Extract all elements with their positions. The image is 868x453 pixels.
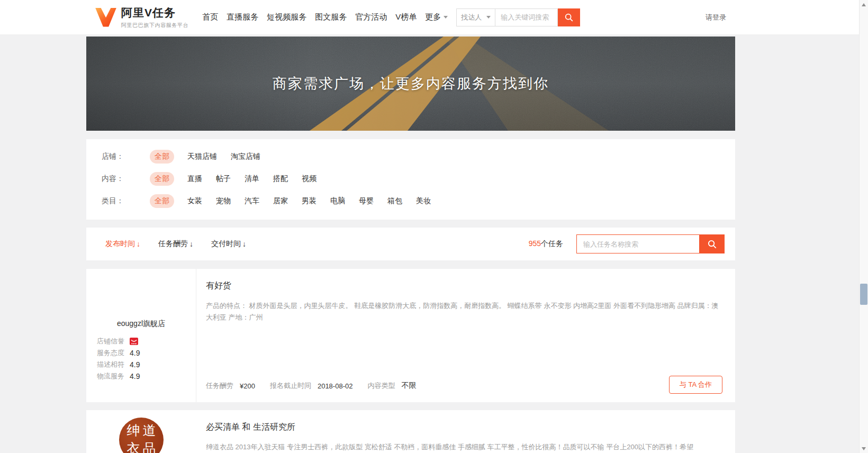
nav-item-live[interactable]: 直播服务 (225, 10, 259, 24)
page: 阿里V任务 阿里巴巴旗下内容服务平台 首页 直播服务 短视频服务 图文服务 官方… (0, 0, 868, 453)
task-detail: 必买清单 和 生活研究所 绅道衣品 2013年入驻天猫 专注男士西裤，此款版型 … (196, 410, 735, 453)
sort-desc-icon: ↓ (137, 240, 140, 248)
site-logo[interactable]: 阿里V任务 阿里巴巴旗下内容服务平台 (95, 5, 188, 29)
rating-value: 4.9 (130, 360, 140, 369)
nav-item-shortvideo[interactable]: 短视频服务 (266, 10, 308, 24)
filter-shop-taobao[interactable]: 淘宝店铺 (231, 152, 260, 161)
top-navigation-bar: 阿里V任务 阿里巴巴旗下内容服务平台 首页 直播服务 短视频服务 图文服务 官方… (0, 0, 868, 35)
scrollbar-thumb[interactable] (860, 284, 867, 305)
arrow-down-icon (862, 447, 866, 450)
filter-shop-tmall[interactable]: 天猫店铺 (187, 152, 217, 161)
task-description: 产品的特点： 材质外面是头层，内里头层牛皮。 鞋底是橡胶防滑大底，防滑指数高，耐… (206, 300, 722, 323)
filter-content-list[interactable]: 清单 (245, 174, 259, 184)
filter-category-baby[interactable]: 母婴 (359, 196, 374, 206)
brand-subtitle: 阿里巴巴旗下内容服务平台 (121, 22, 188, 29)
filter-category-all[interactable]: 全部 (150, 194, 174, 208)
task-title[interactable]: 必买清单 和 生活研究所 (206, 422, 722, 433)
search-icon (564, 13, 574, 22)
meta-value-reward: ¥200 (240, 382, 255, 390)
filter-category-pets[interactable]: 宠物 (216, 196, 231, 206)
filter-content-match[interactable]: 搭配 (273, 174, 288, 184)
filter-content-all[interactable]: 全部 (150, 172, 174, 186)
filter-content-post[interactable]: 帖子 (216, 174, 231, 184)
banner-title: 商家需求广场，让更多内容服务方找到你 (86, 74, 735, 93)
task-meta: 任务酬劳 ¥200 报名截止时间 2018-08-02 内容类型 不限 (206, 381, 416, 391)
scroll-down-arrow[interactable] (860, 444, 868, 453)
task-card: 绅 道 衣 品 必买清单 和 生活研究所 绅道衣品 2013年入驻天猫 专注男士… (86, 410, 735, 453)
filter-content-live[interactable]: 直播 (187, 174, 202, 184)
search-category-select[interactable]: 找达人 (456, 8, 495, 26)
keyword-search-button[interactable] (558, 8, 580, 26)
filter-category-computer[interactable]: 电脑 (330, 196, 345, 206)
filter-category-bags[interactable]: 箱包 (387, 196, 402, 206)
cooperate-button[interactable]: 与 TA 合作 (669, 376, 722, 394)
task-count: 955个任务 (529, 239, 563, 249)
nav-item-official[interactable]: 官方活动 (354, 10, 388, 24)
main-nav: 首页 直播服务 短视频服务 图文服务 官方活动 V榜单 更多 (201, 10, 449, 24)
scroll-up-arrow[interactable] (860, 0, 868, 9)
filter-category-beauty[interactable]: 美妆 (416, 196, 431, 206)
meta-value-deadline: 2018-08-02 (318, 382, 353, 390)
shop-panel: eouggzl旗舰店 店铺信誉 服务态度 (86, 269, 196, 402)
rating-value: 4.9 (130, 372, 140, 380)
reputation-label: 店铺信誉 (97, 337, 124, 346)
task-search-input[interactable] (576, 234, 699, 253)
rating-value: 4.9 (130, 349, 140, 357)
sort-delivery-time[interactable]: 交付时间 ↓ (211, 239, 246, 249)
rating-label: 描述相符 (97, 360, 124, 369)
sort-desc-icon: ↓ (189, 240, 193, 248)
nav-item-graphic[interactable]: 图文服务 (314, 10, 348, 24)
task-card: eouggzl旗舰店 店铺信誉 服务态度 (86, 269, 735, 402)
filter-category-womens[interactable]: 女装 (187, 196, 202, 206)
sort-publish-time[interactable]: 发布时间 ↓ (105, 239, 140, 249)
filter-row-content: 内容： 全部 直播 帖子 清单 搭配 视频 (102, 168, 735, 190)
sort-desc-icon: ↓ (242, 240, 246, 248)
tmall-badge-icon (130, 338, 138, 345)
arrow-up-icon (862, 3, 866, 6)
task-search (576, 234, 725, 253)
nav-item-vranking[interactable]: V榜单 (394, 10, 418, 24)
chevron-down-icon (486, 16, 491, 19)
meta-label: 内容类型 (367, 381, 395, 391)
chevron-down-icon (444, 16, 448, 19)
login-link[interactable]: 请登录 (706, 13, 726, 22)
rating-label: 物流服务 (97, 372, 124, 381)
filter-category-cars[interactable]: 汽车 (245, 196, 259, 206)
shop-ratings: 店铺信誉 服务态度 4.9 (97, 337, 196, 380)
shop-name[interactable]: eouggzl旗舰店 (86, 319, 196, 329)
filter-label: 类目： (102, 196, 150, 206)
brand-title: 阿里V任务 (121, 5, 188, 20)
filter-shop-all[interactable]: 全部 (150, 150, 174, 164)
shop-seal-avatar[interactable]: 绅 道 衣 品 (119, 418, 164, 453)
meta-label: 任务酬劳 (206, 381, 233, 391)
filter-category-mens[interactable]: 男装 (302, 196, 317, 206)
sort-toolbar: 发布时间 ↓ 任务酬劳 ↓ 交付时间 ↓ 955个任务 (86, 228, 735, 260)
nav-item-more[interactable]: 更多 (424, 10, 449, 24)
hero-banner: 商家需求广场，让更多内容服务方找到你 (86, 37, 735, 131)
filter-row-category: 类目： 全部 女装 宠物 汽车 居家 男装 电脑 母婴 箱包 美妆 (102, 190, 735, 212)
header-search: 找达人 (456, 8, 580, 26)
keyword-search-input[interactable] (495, 8, 558, 26)
filter-label: 店铺： (102, 152, 150, 161)
task-description: 绅道衣品 2013年入驻天猫 专注男士西裤，此款版型 宽松舒适 不勒裆，面料垂感… (206, 441, 722, 453)
filter-panel: 店铺： 全部 天猫店铺 淘宝店铺 内容： 全部 直播 帖子 清单 搭配 视频 类… (86, 139, 735, 220)
task-search-button[interactable] (699, 234, 725, 253)
filter-category-home[interactable]: 居家 (273, 196, 288, 206)
meta-label: 报名截止时间 (270, 381, 311, 391)
task-title[interactable]: 有好货 (206, 280, 722, 292)
filter-label: 内容： (102, 174, 150, 184)
filter-row-shop: 店铺： 全部 天猫店铺 淘宝店铺 (102, 146, 735, 168)
filter-content-video[interactable]: 视频 (302, 174, 317, 184)
meta-value-content-type: 不限 (401, 381, 416, 391)
shop-panel: 绅 道 衣 品 (86, 410, 196, 453)
nav-item-home[interactable]: 首页 (201, 10, 219, 24)
sort-reward[interactable]: 任务酬劳 ↓ (158, 239, 193, 249)
search-icon (707, 239, 717, 249)
task-detail: 有好货 产品的特点： 材质外面是头层，内里头层牛皮。 鞋底是橡胶防滑大底，防滑指… (196, 269, 735, 402)
scrollbar[interactable] (859, 0, 868, 453)
rating-label: 服务态度 (97, 348, 124, 358)
logo-v-icon (95, 8, 116, 27)
